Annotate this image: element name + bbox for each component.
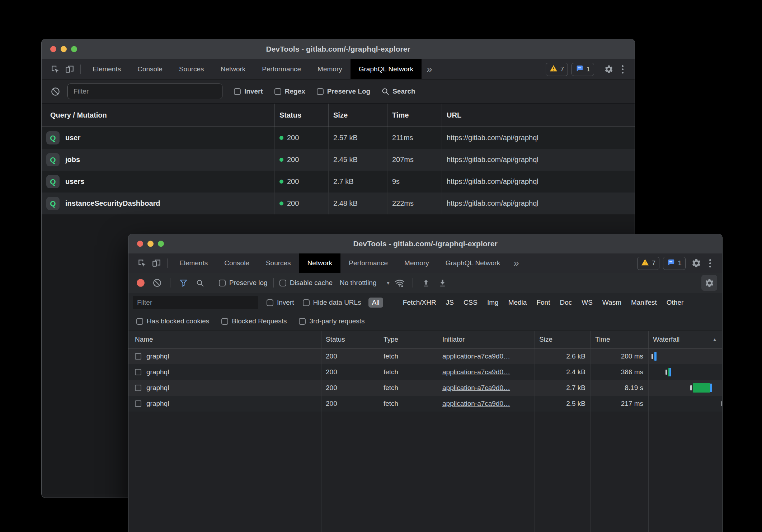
network-conditions-wifi-icon[interactable] — [392, 276, 407, 290]
regex-checkbox[interactable]: Regex — [274, 87, 305, 95]
close-button[interactable] — [137, 241, 143, 247]
table-row[interactable]: graphql 200 fetch application-a7ca9d0… 2… — [128, 348, 722, 364]
row-checkbox[interactable] — [135, 400, 141, 407]
type-filter-img[interactable]: Img — [487, 299, 499, 307]
tab-performance[interactable]: Performance — [340, 253, 396, 273]
blocked-requests-checkbox[interactable]: Blocked Requests — [221, 317, 287, 325]
row-checkbox[interactable] — [135, 369, 141, 375]
type-filter-wasm[interactable]: Wasm — [602, 299, 621, 307]
titlebar[interactable]: DevTools - gitlab.com/-/graphql-explorer — [42, 39, 635, 59]
initiator-link[interactable]: application-a7ca9d0… — [442, 384, 510, 392]
cell-size: 2.48 kB — [328, 193, 387, 214]
disable-cache-checkbox[interactable]: Disable cache — [279, 279, 333, 287]
table-row[interactable]: Q user 200 2.57 kB 211ms https://gitlab.… — [42, 127, 635, 149]
tab-memory[interactable]: Memory — [309, 59, 351, 79]
tab-console[interactable]: Console — [216, 253, 258, 273]
invert-checkbox[interactable]: Invert — [267, 299, 294, 307]
tab-network[interactable]: Network — [299, 253, 341, 273]
col-status[interactable]: Status — [321, 331, 379, 348]
table-row[interactable]: graphql 200 fetch application-a7ca9d0… 2… — [128, 364, 722, 380]
clear-block-icon[interactable] — [48, 84, 62, 99]
warnings-badge[interactable]: 7 — [546, 63, 568, 76]
device-toolbar-icon[interactable] — [62, 62, 77, 76]
col-initiator[interactable]: Initiator — [438, 331, 535, 348]
export-har-icon[interactable] — [435, 276, 450, 290]
row-checkbox[interactable] — [135, 385, 141, 391]
maximize-button[interactable] — [71, 46, 77, 52]
kebab-menu-icon[interactable] — [616, 65, 629, 73]
tab-console[interactable]: Console — [129, 59, 171, 79]
col-time[interactable]: Time — [591, 331, 648, 348]
type-filter-ws[interactable]: WS — [582, 299, 593, 307]
tab-elements[interactable]: Elements — [171, 253, 216, 273]
warnings-badge[interactable]: 7 — [637, 257, 660, 270]
col-size[interactable]: Size — [535, 331, 591, 348]
tab-sources[interactable]: Sources — [171, 59, 212, 79]
network-settings-button[interactable] — [701, 275, 717, 291]
table-row[interactable]: Q instanceSecurityDashboard 200 2.48 kB … — [42, 193, 635, 214]
more-tabs-icon[interactable]: » — [422, 64, 437, 74]
row-checkbox[interactable] — [135, 353, 141, 360]
minimize-button[interactable] — [61, 46, 67, 52]
titlebar[interactable]: DevTools - gitlab.com/-/graphql-explorer — [128, 234, 722, 253]
tab-graphql-network[interactable]: GraphQL Network — [351, 59, 422, 79]
type-filter-fetch-xhr[interactable]: Fetch/XHR — [403, 299, 436, 307]
type-filter-font[interactable]: Font — [536, 299, 550, 307]
col-status[interactable]: Status — [274, 104, 328, 127]
device-toolbar-icon[interactable] — [149, 256, 164, 270]
import-har-icon[interactable] — [419, 276, 433, 290]
has-blocked-cookies-checkbox[interactable]: Has blocked cookies — [136, 317, 209, 325]
close-button[interactable] — [50, 46, 56, 52]
maximize-button[interactable] — [158, 241, 164, 247]
more-tabs-icon[interactable]: » — [508, 258, 524, 268]
table-row[interactable]: Q jobs 200 2.45 kB 207ms https://gitlab.… — [42, 149, 635, 171]
tab-sources[interactable]: Sources — [258, 253, 299, 273]
filter-input[interactable] — [67, 84, 222, 99]
type-filter-css[interactable]: CSS — [464, 299, 478, 307]
col-waterfall[interactable]: Waterfall ▲ — [648, 331, 722, 348]
record-button[interactable] — [133, 276, 148, 290]
type-filter-manifest[interactable]: Manifest — [631, 299, 657, 307]
inspect-element-icon[interactable] — [48, 62, 62, 76]
messages-badge[interactable]: 1 — [572, 63, 594, 76]
table-row[interactable]: graphql 200 fetch application-a7ca9d0… 2… — [128, 380, 722, 396]
table-row[interactable]: Q users 200 2.7 kB 9s https://gitlab.com… — [42, 171, 635, 193]
filter-funnel-icon[interactable] — [176, 276, 190, 290]
settings-gear-icon[interactable] — [602, 62, 616, 76]
col-size[interactable]: Size — [328, 104, 387, 127]
search-button[interactable]: Search — [381, 87, 415, 96]
minimize-button[interactable] — [147, 241, 154, 247]
preserve-log-checkbox[interactable]: Preserve log — [219, 279, 268, 287]
initiator-link[interactable]: application-a7ca9d0… — [442, 400, 510, 408]
col-url[interactable]: URL — [442, 104, 635, 127]
settings-gear-icon[interactable] — [689, 256, 704, 270]
initiator-link[interactable]: application-a7ca9d0… — [442, 368, 510, 376]
type-filter-js[interactable]: JS — [446, 299, 454, 307]
tab-memory[interactable]: Memory — [396, 253, 437, 273]
tab-network[interactable]: Network — [212, 59, 254, 79]
tab-elements[interactable]: Elements — [84, 59, 129, 79]
search-icon[interactable] — [193, 276, 207, 290]
type-filter-media[interactable]: Media — [508, 299, 527, 307]
tab-performance[interactable]: Performance — [254, 59, 309, 79]
col-query-mutation[interactable]: Query / Mutation — [42, 104, 274, 127]
third-party-requests-checkbox[interactable]: 3rd-party requests — [299, 317, 364, 325]
kebab-menu-icon[interactable] — [704, 259, 716, 267]
throttling-select[interactable]: No throttling ▼ — [340, 279, 390, 287]
col-type[interactable]: Type — [379, 331, 438, 348]
initiator-link[interactable]: application-a7ca9d0… — [442, 352, 510, 360]
preserve-log-checkbox[interactable]: Preserve Log — [317, 87, 370, 95]
hide-data-urls-checkbox[interactable]: Hide data URLs — [303, 299, 361, 307]
inspect-element-icon[interactable] — [135, 256, 149, 270]
filter-input[interactable] — [133, 296, 258, 309]
type-filter-doc[interactable]: Doc — [560, 299, 572, 307]
type-filter-all[interactable]: All — [368, 298, 383, 308]
messages-badge[interactable]: 1 — [663, 257, 686, 270]
type-filter-other[interactable]: Other — [667, 299, 684, 307]
table-row[interactable]: graphql 200 fetch application-a7ca9d0… 2… — [128, 396, 722, 412]
clear-block-icon[interactable] — [150, 276, 164, 290]
tab-graphql-network[interactable]: GraphQL Network — [437, 253, 508, 273]
col-time[interactable]: Time — [387, 104, 442, 127]
col-name[interactable]: Name — [128, 331, 321, 348]
invert-checkbox[interactable]: Invert — [234, 87, 263, 95]
